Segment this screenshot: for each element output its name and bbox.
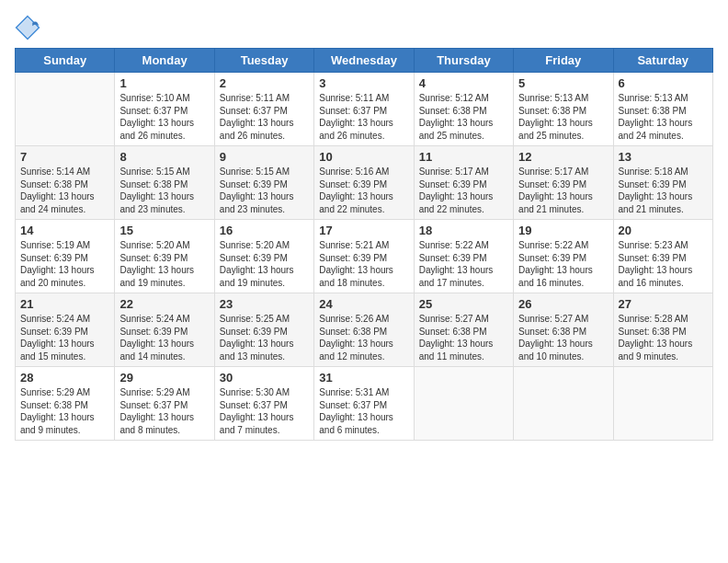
day-header-friday: Friday xyxy=(514,49,613,73)
day-info: Sunrise: 5:22 AM Sunset: 6:39 PM Dayligh… xyxy=(518,239,608,289)
day-info: Sunrise: 5:18 AM Sunset: 6:39 PM Dayligh… xyxy=(619,166,708,215)
day-number: 6 xyxy=(619,76,708,90)
day-number: 20 xyxy=(619,224,708,237)
calendar-body: 1Sunrise: 5:10 AM Sunset: 6:37 PM Daylig… xyxy=(16,73,713,441)
calendar-week-2: 7Sunrise: 5:14 AM Sunset: 6:38 PM Daylig… xyxy=(16,146,713,220)
calendar-week-5: 28Sunrise: 5:29 AM Sunset: 6:38 PM Dayli… xyxy=(16,367,713,441)
calendar-table: SundayMondayTuesdayWednesdayThursdayFrid… xyxy=(15,48,713,441)
calendar-cell: 29Sunrise: 5:29 AM Sunset: 6:37 PM Dayli… xyxy=(115,367,214,441)
day-info: Sunrise: 5:15 AM Sunset: 6:38 PM Dayligh… xyxy=(119,166,209,215)
day-number: 7 xyxy=(20,150,109,164)
calendar-cell: 14Sunrise: 5:19 AM Sunset: 6:39 PM Dayli… xyxy=(16,220,115,293)
calendar-cell: 13Sunrise: 5:18 AM Sunset: 6:39 PM Dayli… xyxy=(613,146,712,220)
day-number: 29 xyxy=(119,371,209,385)
day-number: 24 xyxy=(319,297,408,311)
day-number: 18 xyxy=(419,224,508,237)
day-number: 28 xyxy=(20,371,109,385)
page: SundayMondayTuesdayWednesdayThursdayFrid… xyxy=(0,0,728,563)
day-info: Sunrise: 5:16 AM Sunset: 6:39 PM Dayligh… xyxy=(319,166,408,215)
calendar-cell: 23Sunrise: 5:25 AM Sunset: 6:39 PM Dayli… xyxy=(214,293,313,367)
day-info: Sunrise: 5:30 AM Sunset: 6:37 PM Dayligh… xyxy=(220,386,309,436)
day-header-monday: Monday xyxy=(115,49,214,73)
day-info: Sunrise: 5:17 AM Sunset: 6:39 PM Dayligh… xyxy=(518,166,608,215)
calendar-cell: 25Sunrise: 5:27 AM Sunset: 6:38 PM Dayli… xyxy=(414,293,513,367)
day-number: 25 xyxy=(419,297,508,311)
day-number: 10 xyxy=(319,150,408,164)
day-number: 21 xyxy=(20,297,109,311)
day-header-saturday: Saturday xyxy=(613,49,712,73)
day-info: Sunrise: 5:14 AM Sunset: 6:38 PM Dayligh… xyxy=(20,166,109,215)
day-number: 19 xyxy=(518,224,608,237)
day-number: 12 xyxy=(518,150,608,164)
day-info: Sunrise: 5:11 AM Sunset: 6:37 PM Dayligh… xyxy=(220,92,309,142)
logo xyxy=(15,15,44,40)
calendar-cell: 2Sunrise: 5:11 AM Sunset: 6:37 PM Daylig… xyxy=(214,73,313,146)
calendar-cell xyxy=(514,367,613,441)
calendar-cell: 28Sunrise: 5:29 AM Sunset: 6:38 PM Dayli… xyxy=(16,367,115,441)
day-info: Sunrise: 5:13 AM Sunset: 6:38 PM Dayligh… xyxy=(619,92,708,142)
day-info: Sunrise: 5:26 AM Sunset: 6:38 PM Dayligh… xyxy=(319,313,408,362)
day-number: 3 xyxy=(319,76,408,90)
calendar-cell: 21Sunrise: 5:24 AM Sunset: 6:39 PM Dayli… xyxy=(16,293,115,367)
calendar-cell: 30Sunrise: 5:30 AM Sunset: 6:37 PM Dayli… xyxy=(214,367,313,441)
day-number: 23 xyxy=(220,297,309,311)
day-header-thursday: Thursday xyxy=(414,49,513,73)
calendar-week-4: 21Sunrise: 5:24 AM Sunset: 6:39 PM Dayli… xyxy=(16,293,713,367)
calendar-cell: 7Sunrise: 5:14 AM Sunset: 6:38 PM Daylig… xyxy=(16,146,115,220)
day-number: 4 xyxy=(419,76,508,90)
calendar-week-1: 1Sunrise: 5:10 AM Sunset: 6:37 PM Daylig… xyxy=(16,73,713,146)
logo-icon xyxy=(15,15,40,40)
day-number: 16 xyxy=(220,224,309,237)
day-info: Sunrise: 5:19 AM Sunset: 6:39 PM Dayligh… xyxy=(20,239,109,289)
calendar-cell: 8Sunrise: 5:15 AM Sunset: 6:38 PM Daylig… xyxy=(115,146,214,220)
calendar-cell: 16Sunrise: 5:20 AM Sunset: 6:39 PM Dayli… xyxy=(214,220,313,293)
day-info: Sunrise: 5:27 AM Sunset: 6:38 PM Dayligh… xyxy=(419,313,508,362)
calendar-cell: 26Sunrise: 5:27 AM Sunset: 6:38 PM Dayli… xyxy=(514,293,613,367)
day-info: Sunrise: 5:17 AM Sunset: 6:39 PM Dayligh… xyxy=(419,166,508,215)
day-number: 15 xyxy=(119,224,209,237)
calendar-cell xyxy=(414,367,513,441)
calendar-cell: 27Sunrise: 5:28 AM Sunset: 6:38 PM Dayli… xyxy=(613,293,712,367)
calendar-cell xyxy=(613,367,712,441)
calendar-cell: 17Sunrise: 5:21 AM Sunset: 6:39 PM Dayli… xyxy=(314,220,414,293)
calendar-cell: 1Sunrise: 5:10 AM Sunset: 6:37 PM Daylig… xyxy=(115,73,214,146)
calendar-cell: 18Sunrise: 5:22 AM Sunset: 6:39 PM Dayli… xyxy=(414,220,513,293)
day-number: 27 xyxy=(619,297,708,311)
day-number: 9 xyxy=(220,150,309,164)
day-info: Sunrise: 5:20 AM Sunset: 6:39 PM Dayligh… xyxy=(220,239,309,289)
calendar-cell: 11Sunrise: 5:17 AM Sunset: 6:39 PM Dayli… xyxy=(414,146,513,220)
day-info: Sunrise: 5:13 AM Sunset: 6:38 PM Dayligh… xyxy=(518,92,608,142)
calendar-cell: 4Sunrise: 5:12 AM Sunset: 6:38 PM Daylig… xyxy=(414,73,513,146)
day-info: Sunrise: 5:31 AM Sunset: 6:37 PM Dayligh… xyxy=(319,386,408,436)
day-header-tuesday: Tuesday xyxy=(214,49,313,73)
calendar-cell: 5Sunrise: 5:13 AM Sunset: 6:38 PM Daylig… xyxy=(514,73,613,146)
day-number: 2 xyxy=(220,76,309,90)
calendar-cell: 3Sunrise: 5:11 AM Sunset: 6:37 PM Daylig… xyxy=(314,73,414,146)
calendar-cell: 12Sunrise: 5:17 AM Sunset: 6:39 PM Dayli… xyxy=(514,146,613,220)
calendar-header: SundayMondayTuesdayWednesdayThursdayFrid… xyxy=(16,49,713,73)
day-number: 13 xyxy=(619,150,708,164)
day-header-sunday: Sunday xyxy=(16,49,115,73)
calendar-cell: 24Sunrise: 5:26 AM Sunset: 6:38 PM Dayli… xyxy=(314,293,414,367)
day-number: 22 xyxy=(119,297,209,311)
day-info: Sunrise: 5:29 AM Sunset: 6:38 PM Dayligh… xyxy=(20,386,109,436)
day-info: Sunrise: 5:12 AM Sunset: 6:38 PM Dayligh… xyxy=(419,92,508,142)
day-info: Sunrise: 5:25 AM Sunset: 6:39 PM Dayligh… xyxy=(220,313,309,362)
day-number: 11 xyxy=(419,150,508,164)
calendar-week-3: 14Sunrise: 5:19 AM Sunset: 6:39 PM Dayli… xyxy=(16,220,713,293)
day-number: 31 xyxy=(319,371,408,385)
day-number: 8 xyxy=(119,150,209,164)
day-info: Sunrise: 5:27 AM Sunset: 6:38 PM Dayligh… xyxy=(518,313,608,362)
day-info: Sunrise: 5:22 AM Sunset: 6:39 PM Dayligh… xyxy=(419,239,508,289)
calendar-cell xyxy=(16,73,115,146)
day-info: Sunrise: 5:10 AM Sunset: 6:37 PM Dayligh… xyxy=(119,92,209,142)
day-number: 26 xyxy=(518,297,608,311)
calendar-cell: 31Sunrise: 5:31 AM Sunset: 6:37 PM Dayli… xyxy=(314,367,414,441)
day-info: Sunrise: 5:15 AM Sunset: 6:39 PM Dayligh… xyxy=(220,166,309,215)
day-info: Sunrise: 5:21 AM Sunset: 6:39 PM Dayligh… xyxy=(319,239,408,289)
day-number: 5 xyxy=(518,76,608,90)
calendar-cell: 20Sunrise: 5:23 AM Sunset: 6:39 PM Dayli… xyxy=(613,220,712,293)
day-number: 17 xyxy=(319,224,408,237)
day-header-wednesday: Wednesday xyxy=(314,49,414,73)
day-info: Sunrise: 5:29 AM Sunset: 6:37 PM Dayligh… xyxy=(119,386,209,436)
